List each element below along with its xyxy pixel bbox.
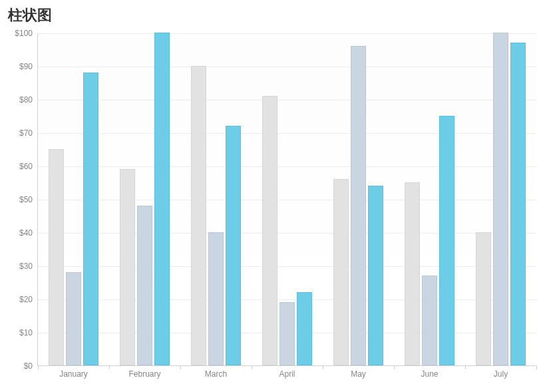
bar-series-2 [66, 272, 81, 365]
gridline [38, 166, 536, 167]
chart-title: 柱状图 [8, 5, 52, 25]
x-axis-tick: May [351, 365, 366, 379]
y-axis-tick: $80 [19, 95, 38, 104]
x-axis-sep [323, 365, 323, 369]
gridline [38, 200, 536, 200]
bar-series-2 [422, 276, 437, 365]
bar-series-1 [262, 96, 277, 365]
gridline [38, 33, 536, 34]
gridline [38, 133, 536, 134]
x-axis-sep [394, 365, 395, 369]
x-axis-sep [536, 365, 537, 369]
y-axis-tick: $10 [19, 328, 38, 337]
gridline [38, 299, 536, 300]
gridline [38, 100, 536, 100]
x-axis-tick: February [128, 365, 160, 379]
y-axis-tick: $100 [15, 29, 38, 38]
x-axis-sep [180, 365, 181, 369]
x-axis-sep [109, 365, 110, 369]
bar-series-3 [368, 186, 383, 365]
bar-series-1 [120, 169, 135, 365]
y-axis-tick: $20 [19, 295, 38, 304]
y-axis-tick: $30 [19, 262, 38, 271]
bar-series-2 [493, 33, 508, 365]
bar-series-3 [297, 292, 312, 365]
bar-series-2 [137, 206, 152, 365]
bar-series-2 [208, 232, 224, 365]
bar-series-1 [405, 182, 420, 365]
x-axis-sep [38, 365, 39, 369]
gridline [38, 67, 536, 67]
bar-series-1 [476, 232, 491, 365]
x-axis-tick: January [59, 365, 88, 379]
y-axis-tick: $50 [19, 195, 38, 204]
bar-series-3 [510, 43, 526, 365]
y-axis-tick: $90 [19, 62, 38, 71]
bar-series-2 [279, 302, 295, 365]
y-axis-tick: $60 [19, 162, 38, 171]
bar-series-1 [49, 149, 64, 365]
bar-series-3 [154, 33, 170, 365]
y-axis-tick: $0 [24, 361, 38, 371]
x-axis-tick: March [205, 365, 227, 379]
gridline [38, 233, 536, 234]
gridline [38, 266, 536, 267]
bar-series-2 [351, 46, 366, 365]
y-axis-tick: $40 [19, 228, 38, 238]
x-axis-tick: July [494, 365, 508, 379]
plot-area: $0$10$20$30$40$50$60$70$80$90$100January… [37, 33, 536, 366]
x-axis-sep [465, 365, 466, 369]
bar-series-3 [83, 73, 98, 365]
bar-series-1 [333, 179, 349, 365]
x-axis-tick: April [279, 365, 295, 379]
bar-series-3 [439, 116, 454, 365]
x-axis-tick: June [421, 365, 438, 379]
bar-chart: 柱状图 $0$10$20$30$40$50$60$70$80$90$100Jan… [0, 0, 541, 392]
bar-series-3 [226, 126, 241, 365]
bar-series-1 [191, 66, 206, 365]
x-axis-sep [252, 365, 252, 369]
y-axis-tick: $70 [19, 128, 38, 138]
